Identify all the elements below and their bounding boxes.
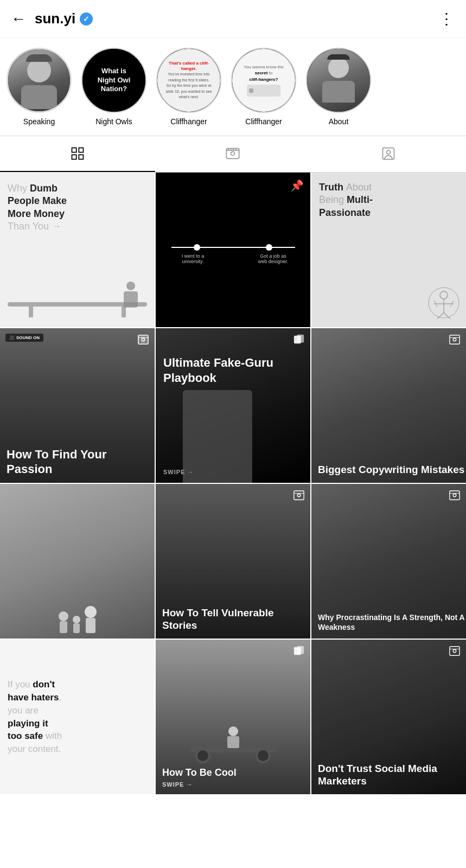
post-11-swipe: SWIPE → — [162, 781, 237, 788]
story-avatar-night-owls: What isNight OwlNation? — [81, 48, 146, 113]
svg-rect-1 — [79, 148, 83, 152]
story-item-cliffhanger1[interactable]: That's called a cliff-hanger. You've inv… — [156, 48, 221, 126]
post-5-title: Ultimate Fake-Guru Playbook — [163, 355, 303, 385]
figure-3-head — [85, 606, 97, 618]
post-6[interactable]: Biggest Copywriting Mistakes — [311, 328, 466, 483]
story-label-speaking: Speaking — [23, 117, 55, 126]
story-item-about[interactable]: About — [306, 48, 371, 126]
svg-rect-0 — [72, 148, 76, 152]
svg-rect-2 — [72, 155, 76, 159]
post-2[interactable]: 📌 I went to a university. Got a job as w… — [156, 173, 310, 327]
sound-on-badge: 🎥 SOUND ON — [5, 334, 43, 342]
reels-icon — [225, 146, 240, 161]
post-11[interactable]: How To Be Cool SWIPE → — [156, 640, 310, 794]
figure-2-head — [73, 616, 80, 623]
figure-3-body — [86, 618, 95, 633]
post-9[interactable]: Why Procrastinating Is A Strength, Not A… — [311, 484, 466, 639]
post-10-content: If you don'thave haters,you areplaying i… — [0, 640, 155, 794]
post-1-title: Why DumbPeople MakeMore MoneyThan You → — [8, 182, 147, 233]
post-5-text-block: Ultimate Fake-Guru Playbook — [163, 355, 303, 385]
svg-rect-32 — [450, 491, 459, 500]
post-3-text: Truth AboutBeing Multi-Passionate — [319, 181, 458, 219]
post-5-bg — [156, 328, 310, 483]
speaking-avatar-image — [8, 49, 70, 112]
figure-2 — [73, 616, 80, 633]
tab-grid[interactable] — [0, 136, 155, 172]
reel-svg-6 — [449, 334, 461, 346]
story-avatar-speaking — [7, 48, 72, 113]
svg-point-12 — [386, 150, 390, 154]
story-item-cliffhanger2[interactable]: You wanna know the secret tocliff-hanger… — [231, 48, 296, 126]
hat — [26, 54, 52, 62]
cliffhanger2-content: You wanna know the secret tocliff-hanger… — [232, 49, 295, 112]
carousel-svg — [293, 334, 305, 346]
night-owls-text: What isNight OwlNation? — [98, 67, 131, 94]
sitting-person — [122, 282, 139, 309]
moto-wheel-back — [256, 748, 271, 763]
camera-icon: 🎥 — [9, 335, 15, 340]
grid-icon — [70, 146, 85, 161]
post-3[interactable]: Truth AboutBeing Multi-Passionate — [311, 173, 466, 327]
figure-1-head — [59, 611, 68, 621]
svg-point-14 — [440, 291, 448, 299]
header: ← sun.yi ✓ ⋮ — [0, 0, 466, 38]
reel-svg-12 — [449, 645, 461, 657]
timeline-label-right: Got a job as web designer. — [257, 253, 290, 264]
post-3-content: Truth AboutBeing Multi-Passionate — [311, 173, 466, 327]
story-label-night-owls: Night Owls — [95, 117, 132, 126]
post-4-title: How To Find Your Passion — [7, 448, 155, 476]
vitruvian-svg — [426, 285, 462, 321]
post-11-title: How To Be Cool — [162, 767, 237, 779]
about-head — [328, 58, 349, 78]
story-label-cliffhanger2: Cliffhanger — [245, 117, 282, 126]
post-1-illustration — [8, 288, 147, 317]
tab-tagged[interactable] — [311, 136, 466, 172]
reel-svg — [137, 334, 149, 346]
svg-point-27 — [453, 338, 456, 341]
post-8-title: How To Tell Vulnerable Stories — [162, 607, 310, 632]
post-7[interactable] — [0, 484, 155, 639]
night-owls-avatar-content: What isNight OwlNation? — [82, 49, 145, 112]
post-4[interactable]: 🎥 SOUND ON How To Find Your Passion — [0, 328, 155, 483]
svg-point-5 — [231, 152, 235, 156]
person-head-post1 — [126, 282, 135, 290]
story-avatar-about — [306, 48, 371, 113]
story-item-speaking[interactable]: Speaking — [7, 48, 72, 126]
story-item-night-owls[interactable]: What isNight OwlNation? Night Owls — [81, 48, 146, 126]
bench-leg-left — [29, 304, 33, 317]
post-8[interactable]: How To Tell Vulnerable Stories — [156, 484, 310, 639]
post-9-title: Why Procrastinating Is A Strength, Not A… — [318, 612, 466, 632]
timeline-labels: I went to a university. Got a job as web… — [171, 253, 295, 264]
post-10[interactable]: If you don'thave haters,you areplaying i… — [0, 640, 155, 794]
reel-icon-post8 — [293, 489, 305, 503]
post-12[interactable]: Don't Trust Social Media Marketers — [311, 640, 466, 794]
moto-rider — [227, 726, 239, 748]
timeline-wrapper: I went to a university. Got a job as web… — [171, 247, 295, 264]
carousel-icon-post5 — [293, 334, 305, 348]
post-5[interactable]: Ultimate Fake-Guru Playbook SWIPE → — [156, 328, 310, 483]
stories-row: Speaking What isNight OwlNation? Night O… — [0, 38, 466, 136]
story-avatar-cliffhanger2: You wanna know the secret tocliff-hanger… — [231, 48, 296, 113]
post-1[interactable]: Why DumbPeople MakeMore MoneyThan You → — [0, 173, 155, 327]
back-button[interactable]: ← — [11, 10, 26, 28]
svg-rect-3 — [79, 155, 83, 159]
story-avatar-cliffhanger1: That's called a cliff-hanger. You've inv… — [156, 48, 221, 113]
more-options-button[interactable]: ⋮ — [439, 10, 455, 28]
timeline-dot-right — [266, 244, 272, 251]
figure-1-body — [60, 621, 67, 633]
story-label-about: About — [329, 117, 349, 126]
tab-reels[interactable] — [155, 136, 310, 172]
person-body-post1 — [124, 291, 138, 308]
pin-icon: 📌 — [290, 179, 304, 192]
figure-3 — [85, 606, 97, 633]
carousel-svg-11 — [293, 645, 305, 657]
sound-on-text: SOUND ON — [16, 335, 40, 340]
motorcycle-scene — [179, 671, 288, 763]
reel-svg-8 — [293, 489, 305, 501]
post-6-overlay — [311, 328, 466, 483]
rider-head — [228, 726, 238, 736]
post-5-swipe: SWIPE → — [163, 469, 194, 475]
tab-bar — [0, 136, 466, 173]
timeline-label-left: I went to a university. — [177, 253, 209, 264]
post-6-title: Biggest Copywriting Mistakes — [318, 464, 464, 476]
